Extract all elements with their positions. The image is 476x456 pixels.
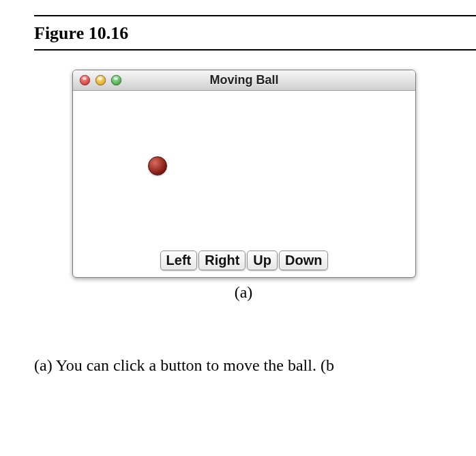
down-button[interactable]: Down (279, 251, 328, 270)
window-screenshot-wrap: Moving Ball Left Right Up Down (a) (72, 70, 415, 302)
figure-caption: (a) You can click a button to move the b… (34, 356, 476, 375)
ball (148, 156, 167, 175)
figure-sublabel: (a) (72, 283, 415, 302)
zoom-icon[interactable] (111, 75, 121, 85)
figure-label: Figure 10.16 (34, 23, 476, 44)
up-button[interactable]: Up (247, 251, 278, 270)
window-title: Moving Ball (73, 73, 415, 87)
window-titlebar: Moving Ball (73, 70, 415, 91)
page: Figure 10.16 Moving Ball Left Right Up D… (0, 0, 476, 456)
traffic-lights (80, 75, 121, 85)
minimize-icon[interactable] (95, 75, 106, 85)
left-button[interactable]: Left (160, 251, 198, 270)
bottom-rule (34, 49, 476, 51)
close-icon[interactable] (80, 75, 90, 85)
ball-canvas (73, 91, 415, 248)
top-rule (34, 15, 476, 16)
right-button[interactable]: Right (198, 251, 246, 270)
application-window: Moving Ball Left Right Up Down (72, 70, 416, 278)
button-bar: Left Right Up Down (73, 248, 415, 277)
